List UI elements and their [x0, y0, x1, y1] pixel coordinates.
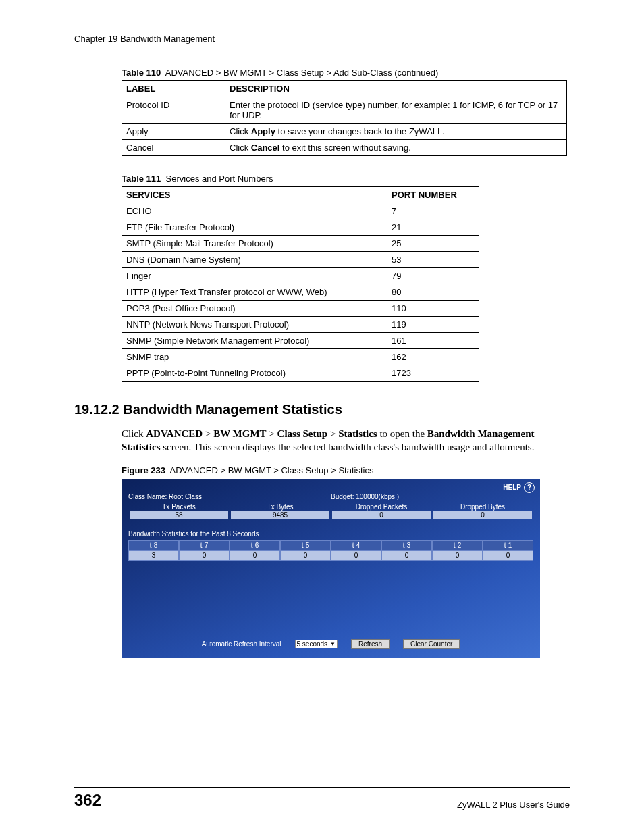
table111-caption: Table 111 Services and Port Numbers — [74, 174, 570, 184]
val-dropped-packets: 0 — [332, 511, 431, 519]
table-row: ECHO7 — [122, 203, 479, 219]
table110-th-desc: DESCRIPTION — [225, 81, 567, 97]
refresh-interval-select[interactable]: 5 seconds ▼ — [295, 640, 338, 648]
table111-th-services: SERVICES — [122, 187, 387, 203]
table111-th-port: PORT NUMBER — [387, 187, 479, 203]
table111: SERVICES PORT NUMBER ECHO7 FTP (File Tra… — [122, 186, 479, 382]
cell-desc: Click Cancel to exit this screen without… — [225, 140, 567, 156]
page-number: 362 — [74, 791, 101, 810]
table-row: POP3 (Post Office Protocol)110 — [122, 301, 479, 317]
table-row: SNMP (Simple Network Management Protocol… — [122, 333, 479, 349]
figure-caption: Figure 233 ADVANCED > BW MGMT > Class Se… — [122, 465, 570, 475]
val-tx-bytes: 9485 — [231, 511, 329, 519]
time-header: t-5 — [280, 540, 331, 550]
cell-desc: Enter the protocol ID (service type) num… — [225, 97, 567, 124]
section-paragraph: Click ADVANCED > BW MGMT > Class Setup >… — [122, 427, 570, 454]
time-header: t-3 — [381, 540, 432, 550]
table111-caption-bold: Table 111 — [122, 174, 161, 184]
chapter-header: Chapter 19 Bandwidth Management — [74, 34, 570, 44]
val-dropped-bytes: 0 — [433, 511, 532, 519]
cell-label: Cancel — [122, 140, 225, 156]
table-row: NNTP (Network News Transport Protocol)11… — [122, 317, 479, 333]
table-row: Apply Click Apply to save your changes b… — [122, 124, 567, 140]
table110-th-label: LABEL — [122, 81, 225, 97]
time-value: 0 — [280, 550, 331, 561]
time-value: 3 — [128, 550, 179, 561]
time-value: 0 — [432, 550, 483, 561]
time-value: 0 — [381, 550, 432, 561]
refresh-interval-label: Automatic Refresh Interval — [202, 640, 281, 648]
col-dropped-packets: Dropped Packets — [331, 503, 432, 511]
table110-caption-bold: Table 110 — [122, 68, 161, 78]
table110: LABEL DESCRIPTION Protocol ID Enter the … — [122, 80, 567, 156]
help-label: HELP — [503, 484, 521, 491]
table-row: Finger79 — [122, 268, 479, 284]
val-tx-packets: 58 — [130, 511, 228, 519]
help-icon: ? — [524, 482, 535, 493]
section-heading: 19.12.2 Bandwidth Management Statistics — [74, 402, 570, 417]
past8-label: Bandwidth Statistics for the Past 8 Seco… — [128, 530, 533, 538]
cell-label: Apply — [122, 124, 225, 140]
table111-caption-rest: Services and Port Numbers — [166, 174, 273, 184]
table110-caption: Table 110 ADVANCED > BW MGMT > Class Set… — [74, 68, 570, 78]
time-header: t-2 — [432, 540, 483, 550]
table110-caption-rest: ADVANCED > BW MGMT > Class Setup > Add S… — [165, 68, 438, 78]
table-row: SMTP (Simple Mail Transfer Protocol)25 — [122, 236, 479, 252]
clear-counter-button[interactable]: Clear Counter — [403, 639, 460, 649]
table-row: Cancel Click Cancel to exit this screen … — [122, 140, 567, 156]
table-row: HTTP (Hyper Text Transfer protocol or WW… — [122, 284, 479, 301]
figure-caption-rest: ADVANCED > BW MGMT > Class Setup > Stati… — [170, 465, 374, 475]
col-tx-bytes: Tx Bytes — [230, 503, 331, 511]
figure-caption-bold: Figure 233 — [122, 465, 165, 475]
statistics-screenshot: HELP ? Class Name: Root Class Budget: 10… — [122, 479, 540, 658]
help-link[interactable]: HELP ? — [503, 482, 535, 493]
table111-header-row: SERVICES PORT NUMBER — [122, 187, 479, 203]
col-tx-packets: Tx Packets — [128, 503, 230, 511]
table-row: PPTP (Point-to-Point Tunneling Protocol)… — [122, 365, 479, 382]
time-value: 0 — [179, 550, 230, 561]
guide-name: ZyWALL 2 Plus User's Guide — [457, 800, 570, 810]
refresh-interval-value: 5 seconds — [297, 640, 328, 648]
time-header: t-1 — [483, 540, 533, 550]
time-value: 0 — [483, 550, 533, 561]
col-dropped-bytes: Dropped Bytes — [432, 503, 533, 511]
table-row: SNMP trap162 — [122, 349, 479, 365]
budget-label: Budget: 100000(kbps ) — [331, 493, 533, 500]
cell-desc: Click Apply to save your changes back to… — [225, 124, 567, 140]
cell-label: Protocol ID — [122, 97, 225, 124]
table-row: DNS (Domain Name System)53 — [122, 252, 479, 268]
table-row: FTP (File Transfer Protocol)21 — [122, 219, 479, 236]
time-header: t-7 — [179, 540, 230, 550]
footer-rule — [74, 787, 570, 788]
table110-header-row: LABEL DESCRIPTION — [122, 81, 567, 97]
header-rule — [74, 47, 570, 47]
refresh-button[interactable]: Refresh — [351, 639, 390, 649]
time-value: 0 — [230, 550, 280, 561]
time-header: t-8 — [128, 540, 179, 550]
time-header: t-6 — [230, 540, 280, 550]
time-header: t-4 — [331, 540, 381, 550]
time-value: 0 — [331, 550, 381, 561]
table-row: Protocol ID Enter the protocol ID (servi… — [122, 97, 567, 124]
class-name-label: Class Name: Root Class — [128, 493, 331, 500]
chevron-down-icon: ▼ — [330, 641, 336, 647]
